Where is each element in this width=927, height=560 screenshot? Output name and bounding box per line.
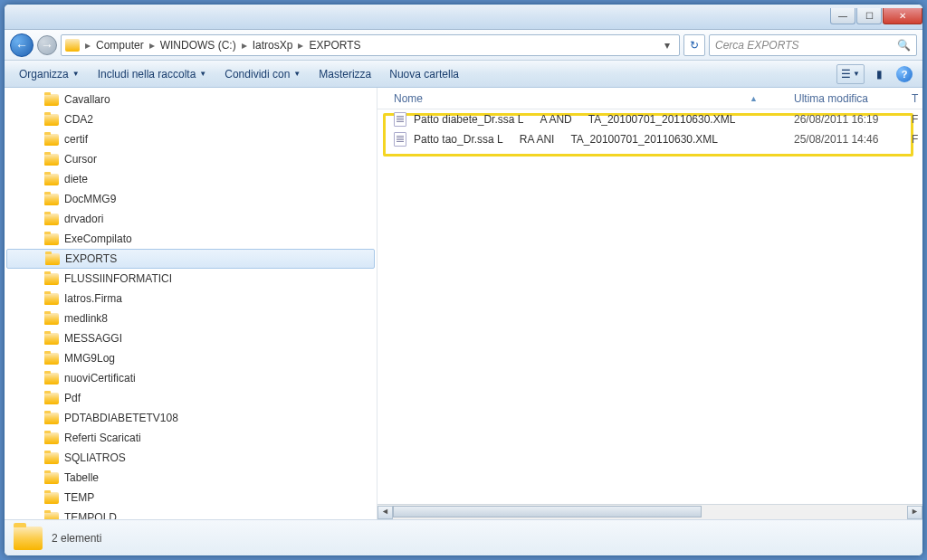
close-button[interactable]: ✕ <box>883 8 922 24</box>
tree-item[interactable]: TEMPOLD <box>5 508 377 519</box>
tree-item-label: Tabelle <box>64 471 99 484</box>
folder-tree[interactable]: CavallaroCDA2certifCursordieteDocMMG9drv… <box>5 88 377 519</box>
new-folder-button[interactable]: Nuova cartella <box>382 64 466 84</box>
maximize-button[interactable]: ☐ <box>856 8 882 24</box>
chevron-down-icon: ▼ <box>293 70 301 78</box>
tree-item[interactable]: TEMP <box>5 488 377 508</box>
preview-pane-button[interactable]: ▮ <box>868 64 890 84</box>
tree-item[interactable]: EXPORTS <box>6 249 375 269</box>
tree-item-label: Cursor <box>64 153 97 166</box>
file-date: 25/08/2011 14:46 <box>794 133 912 146</box>
breadcrumb-computer[interactable]: Computer <box>92 39 148 52</box>
scroll-right-button[interactable]: ► <box>907 506 922 519</box>
file-list[interactable]: Patto diabete_Dr.ssa LA ANDTA_20100701_2… <box>377 109 922 504</box>
tree-item[interactable]: Cursor <box>5 149 377 169</box>
tree-item[interactable]: medlink8 <box>5 308 377 328</box>
file-type: F <box>912 133 922 146</box>
folder-icon <box>44 94 59 106</box>
search-box[interactable]: Cerca EXPORTS 🔍 <box>709 34 917 56</box>
tree-item-label: medlink8 <box>64 312 108 325</box>
tree-item[interactable]: Pdf <box>5 388 377 408</box>
folder-icon <box>44 393 59 404</box>
burn-button[interactable]: Masterizza <box>311 64 378 84</box>
window-controls: — ☐ ✕ <box>829 8 922 26</box>
minimize-button[interactable]: — <box>830 8 855 24</box>
tree-item-label: Referti Scaricati <box>64 432 141 444</box>
tree-item[interactable]: diete <box>5 169 377 189</box>
tree-item[interactable]: drvadori <box>5 209 377 229</box>
tree-item[interactable]: Iatros.Firma <box>5 289 377 308</box>
scroll-thumb[interactable] <box>393 506 702 517</box>
tree-item[interactable]: certif <box>5 129 377 149</box>
tree-item[interactable]: PDTABDIABETETV108 <box>5 408 377 428</box>
chevron-right-icon: ▸ <box>296 39 305 52</box>
titlebar[interactable]: — ☐ ✕ <box>5 5 922 30</box>
tree-item-label: DocMMG9 <box>64 193 116 205</box>
tree-item-label: EXPORTS <box>65 252 117 265</box>
tree-item[interactable]: FLUSSIINFORMATICI <box>5 269 377 289</box>
file-icon <box>394 112 406 127</box>
tree-item[interactable]: CDA2 <box>5 109 377 129</box>
view-button[interactable]: ☰▼ <box>836 64 865 84</box>
tree-item[interactable]: DocMMG9 <box>5 189 377 209</box>
include-button[interactable]: Includi nella raccolta▼ <box>91 64 215 84</box>
file-row[interactable]: Patto tao_Dr.ssa LRA ANITA_20100701_2011… <box>377 129 922 149</box>
folder-icon <box>44 313 59 325</box>
status-text: 2 elementi <box>52 532 101 545</box>
status-bar: 2 elementi <box>5 519 922 555</box>
organize-button[interactable]: Organizza▼ <box>12 64 87 84</box>
help-button[interactable]: ? <box>894 64 915 84</box>
chevron-right-icon: ▸ <box>240 39 249 52</box>
file-list-pane: Nome ▲ Ultima modifica T Patto diabete_D… <box>377 88 922 519</box>
column-date[interactable]: Ultima modifica <box>794 92 912 105</box>
folder-icon <box>44 174 59 185</box>
folder-icon <box>44 114 59 126</box>
folder-icon <box>44 154 59 166</box>
folder-icon <box>44 194 59 205</box>
folder-icon <box>44 214 59 225</box>
tree-item[interactable]: nuoviCertificati <box>5 368 377 388</box>
refresh-button[interactable]: ↻ <box>683 34 705 56</box>
chevron-right-icon: ▸ <box>148 39 157 52</box>
scroll-left-button[interactable]: ◄ <box>377 506 393 519</box>
scroll-track[interactable] <box>393 506 907 519</box>
tree-item[interactable]: Tabelle <box>5 468 377 488</box>
address-dropdown[interactable]: ▾ <box>659 39 675 52</box>
folder-icon <box>44 273 59 285</box>
forward-button[interactable]: → <box>37 35 57 55</box>
tree-item[interactable]: MMG9Log <box>5 348 377 368</box>
tree-item-label: Cavallaro <box>64 93 110 106</box>
breadcrumb-current[interactable]: EXPORTS <box>305 39 364 52</box>
column-name[interactable]: Nome ▲ <box>394 92 794 105</box>
back-button[interactable]: ← <box>10 33 33 57</box>
breadcrumb-drive[interactable]: WINDOWS (C:) <box>157 39 240 52</box>
folder-icon <box>44 134 59 146</box>
horizontal-scrollbar[interactable]: ◄ ► <box>377 504 922 519</box>
tree-item[interactable]: ExeCompilato <box>5 229 377 249</box>
tree-item[interactable]: MESSAGGI <box>5 328 377 348</box>
tree-item-label: nuoviCertificati <box>64 372 136 384</box>
file-name: Patto diabete_Dr.ssa LA ANDTA_20100701_2… <box>414 113 794 126</box>
help-icon: ? <box>896 66 913 82</box>
tree-item-label: SQLIATROS <box>64 451 126 464</box>
breadcrumb-folder[interactable]: IatrosXp <box>249 39 297 52</box>
tree-item-label: diete <box>64 173 88 185</box>
search-placeholder: Cerca EXPORTS <box>715 39 798 52</box>
file-icon <box>394 132 406 147</box>
tree-item-label: MMG9Log <box>64 352 115 365</box>
tree-item[interactable]: Referti Scaricati <box>5 428 377 448</box>
folder-icon <box>44 472 59 484</box>
address-bar[interactable]: ▸ Computer ▸ WINDOWS (C:) ▸ IatrosXp ▸ E… <box>61 34 680 56</box>
folder-icon <box>44 333 59 345</box>
file-row[interactable]: Patto diabete_Dr.ssa LA ANDTA_20100701_2… <box>377 109 922 129</box>
tree-item[interactable]: Cavallaro <box>5 90 377 109</box>
folder-icon <box>44 452 59 464</box>
file-date: 26/08/2011 16:19 <box>794 113 912 126</box>
share-button[interactable]: Condividi con▼ <box>217 64 308 84</box>
column-type[interactable]: T <box>912 92 922 105</box>
column-headers[interactable]: Nome ▲ Ultima modifica T <box>377 88 922 109</box>
tree-item[interactable]: SQLIATROS <box>5 448 377 468</box>
tree-item-label: MESSAGGI <box>64 332 122 345</box>
chevron-down-icon: ▼ <box>72 70 80 78</box>
navigation-bar: ← → ▸ Computer ▸ WINDOWS (C:) ▸ IatrosXp… <box>5 30 922 61</box>
